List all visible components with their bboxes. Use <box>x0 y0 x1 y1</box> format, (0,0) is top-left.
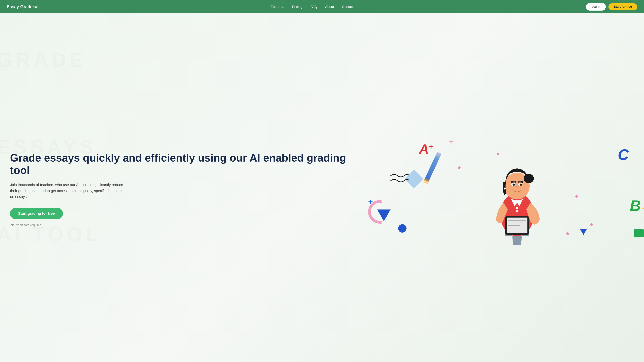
yellow-asterisk-decoration: ✦ <box>642 205 644 212</box>
start-grading-button[interactable]: Start grading for free <box>10 208 63 219</box>
nav-item-pricing[interactable]: Pricing <box>292 5 302 9</box>
small-blue-triangle-decoration <box>580 229 587 235</box>
blue-triangle-decoration <box>377 210 390 221</box>
nav-item-faq[interactable]: FAQ <box>310 5 317 9</box>
pink-diamond-5 <box>566 232 569 236</box>
letter-a-plus-decoration: A <box>419 141 433 157</box>
nav-item-contact[interactable]: Contact <box>342 5 354 9</box>
hero-section: GRADE ESSAYS AI TOOL Grade essays quickl… <box>0 13 644 362</box>
svg-point-17 <box>514 184 514 184</box>
green-box-decoration <box>634 229 644 237</box>
hero-right: A C B + + ✦ <box>353 132 644 246</box>
svg-point-2 <box>516 210 518 212</box>
site-logo[interactable]: Essay-Grader.ai <box>7 4 38 9</box>
nav-item-about[interactable]: About <box>325 5 334 9</box>
bg-watermark-1: GRADE <box>0 48 86 71</box>
nav-link-features[interactable]: Features <box>271 5 284 8</box>
nav-link-pricing[interactable]: Pricing <box>292 5 302 8</box>
squiggle-decoration <box>389 172 409 186</box>
login-button[interactable]: Log In <box>586 3 606 10</box>
nav-link-about[interactable]: About <box>325 5 334 8</box>
start-free-nav-button[interactable]: Start for free <box>608 3 637 10</box>
svg-point-10 <box>524 174 534 183</box>
navbar: Essay-Grader.ai Features Pricing FAQ Abo… <box>0 0 644 13</box>
svg-point-19 <box>504 188 506 190</box>
nav-link-faq[interactable]: FAQ <box>310 5 317 8</box>
illustration-container: A C B + + ✦ <box>353 132 644 246</box>
navbar-actions: Log In Start for free <box>586 3 637 10</box>
teacher-illustration <box>482 149 552 246</box>
pink-diamond-3 <box>590 223 593 226</box>
nav-item-features[interactable]: Features <box>271 5 284 9</box>
hero-subtitle: Join thousands of teachers who use our A… <box>10 182 124 200</box>
red-plus-decoration: + <box>449 138 453 146</box>
no-credit-card-label: No credit card required <box>11 223 353 227</box>
svg-point-1 <box>516 207 518 209</box>
hero-left: Grade essays quickly and efficiently usi… <box>10 152 353 227</box>
svg-point-18 <box>521 184 522 184</box>
pink-diamond-2 <box>575 195 578 198</box>
letter-b-decoration: B <box>630 197 641 215</box>
nav-link-contact[interactable]: Contact <box>342 5 354 8</box>
blue-circle-decoration <box>398 224 406 233</box>
pink-diamond-1 <box>458 166 461 169</box>
hero-cta-group: Start grading for free No credit card re… <box>10 208 353 227</box>
nav-links: Features Pricing FAQ About Contact <box>271 5 354 9</box>
letter-c-decoration: C <box>618 146 629 163</box>
hero-title: Grade essays quickly and efficiently usi… <box>10 152 353 176</box>
